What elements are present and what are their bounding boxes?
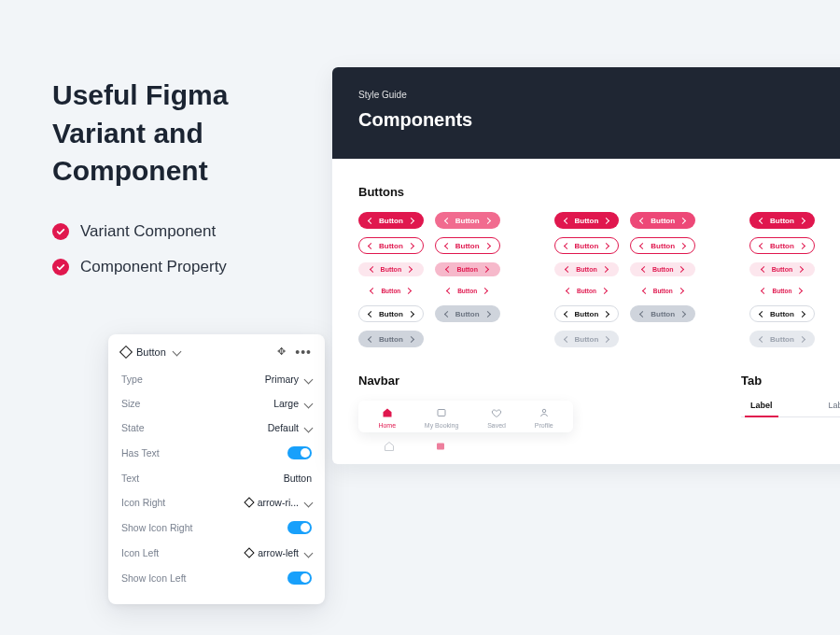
button-outline[interactable]: Button	[749, 237, 815, 254]
prop-text[interactable]: Text Button	[121, 466, 312, 490]
button-ghost[interactable]: Button	[554, 285, 620, 297]
button-neutral[interactable]: Button	[358, 305, 424, 322]
component-name: Button	[136, 346, 166, 358]
button-tint[interactable]: Button	[554, 262, 620, 276]
bullet-component-property: Component Property	[52, 258, 227, 276]
chevron-down-icon	[304, 498, 314, 507]
prop-icon-left[interactable]: Icon Left arrow-left	[121, 541, 312, 565]
button-solid[interactable]: Button	[749, 212, 815, 229]
button-solid-hover[interactable]: Button	[435, 212, 500, 229]
chevron-down-icon	[172, 347, 181, 357]
component-selector[interactable]: Button	[121, 346, 180, 358]
chevron-left-icon	[444, 217, 451, 223]
chevron-right-icon	[482, 288, 488, 294]
chevron-down-icon	[304, 374, 314, 384]
nav-item-home[interactable]: Home	[378, 406, 396, 429]
prop-label: Show Icon Right	[121, 522, 192, 533]
chevron-right-icon	[483, 217, 490, 223]
chevron-left-icon	[761, 266, 767, 273]
chevron-right-icon	[601, 288, 608, 294]
chevron-right-icon	[679, 217, 686, 223]
prop-state[interactable]: State Default	[121, 416, 312, 440]
prop-show-icon-right[interactable]: Show Icon Right	[121, 515, 312, 541]
button-ghost[interactable]: Button	[749, 285, 815, 297]
nav-item-profile[interactable]: Profile	[535, 406, 553, 429]
component-icon	[119, 345, 133, 358]
svg-point-1	[542, 409, 546, 413]
button-group-a-col1: Button Button Button Button Button Butto…	[358, 212, 424, 347]
prop-type[interactable]: Type Primary	[121, 367, 312, 391]
button-outline[interactable]: Button	[630, 237, 695, 254]
button-neutral[interactable]: Button	[749, 305, 815, 322]
tab-bar-example: Label Label	[741, 401, 840, 417]
prop-icon-right[interactable]: Icon Right arrow-ri...	[121, 490, 312, 515]
button-tint[interactable]: Button	[358, 262, 424, 276]
chevron-left-icon	[444, 242, 451, 248]
button-ghost[interactable]: Button	[358, 285, 424, 297]
chevron-left-icon	[761, 288, 767, 294]
page-headline: Useful Figma Variant and Component	[52, 77, 295, 190]
navbar-example-alt	[358, 440, 573, 453]
hero-eyebrow: Style Guide	[358, 90, 840, 100]
chevron-right-icon	[408, 335, 414, 342]
navbar-example: Home My Booking Saved Profile	[358, 401, 573, 432]
prop-label: Show Icon Left	[121, 572, 186, 584]
section-heading-buttons: Buttons	[358, 185, 840, 199]
nav-label: Profile	[535, 422, 553, 429]
chevron-right-icon	[408, 310, 414, 317]
button-ghost[interactable]: Button	[630, 285, 695, 297]
chevron-left-icon	[759, 217, 765, 223]
prop-label: State	[121, 422, 145, 433]
check-icon	[52, 259, 69, 275]
button-outline[interactable]: Button	[435, 237, 500, 254]
tab-item[interactable]: Label	[819, 401, 840, 416]
prop-value[interactable]: Large	[273, 398, 312, 409]
nav-label: My Booking	[425, 422, 459, 429]
chevron-right-icon	[799, 242, 805, 248]
prop-value[interactable]: arrow-left	[245, 547, 312, 558]
chevron-left-icon	[370, 288, 376, 294]
prop-show-icon-left[interactable]: Show Icon Left	[121, 565, 312, 591]
chevron-left-icon	[759, 335, 765, 342]
button-solid[interactable]: Button	[358, 212, 424, 229]
button-neutral[interactable]: Button	[554, 305, 620, 322]
chevron-right-icon	[797, 266, 804, 273]
button-solid-hover[interactable]: Button	[630, 212, 695, 229]
button-solid[interactable]: Button	[554, 212, 620, 229]
button-ghost[interactable]: Button	[435, 285, 500, 297]
prop-value[interactable]: arrow-ri...	[245, 497, 312, 508]
prop-value[interactable]: Default	[268, 422, 312, 433]
toggle-on[interactable]	[287, 521, 312, 534]
toggle-on[interactable]	[287, 446, 312, 459]
heart-icon	[490, 406, 503, 419]
chevron-right-icon	[799, 217, 805, 223]
button-tint-hover[interactable]: Button	[435, 262, 500, 276]
prop-has-text[interactable]: Has Text	[121, 440, 312, 466]
chevron-right-icon	[603, 242, 609, 248]
instance-icon	[245, 547, 255, 557]
button-neutral-alt[interactable]: Button	[630, 305, 695, 322]
chevron-left-icon	[445, 266, 452, 273]
nav-item-saved[interactable]: Saved	[487, 406, 506, 429]
prop-value[interactable]: Button	[284, 473, 312, 484]
button-tint[interactable]: Button	[749, 262, 815, 276]
button-tint-hover[interactable]: Button	[630, 262, 695, 276]
chevron-left-icon	[639, 217, 646, 223]
hero-title: Components	[358, 109, 840, 131]
chevron-right-icon	[603, 217, 609, 223]
nav-item-booking[interactable]: My Booking	[425, 406, 459, 429]
drag-icon[interactable]: ✥	[277, 346, 286, 358]
toggle-on[interactable]	[287, 572, 312, 585]
prop-value[interactable]: Primary	[265, 374, 312, 385]
chevron-left-icon	[563, 217, 569, 223]
tab-item-active[interactable]: Label	[741, 401, 782, 416]
button-neutral-alt[interactable]: Button	[435, 305, 500, 322]
home-icon	[381, 406, 394, 419]
button-outline[interactable]: Button	[554, 237, 620, 254]
nav-label: Home	[378, 422, 396, 429]
more-menu-button[interactable]: •••	[295, 348, 312, 356]
button-outline[interactable]: Button	[358, 237, 424, 254]
instance-icon	[244, 497, 254, 507]
prop-size[interactable]: Size Large	[121, 391, 312, 416]
chevron-left-icon	[759, 242, 765, 248]
